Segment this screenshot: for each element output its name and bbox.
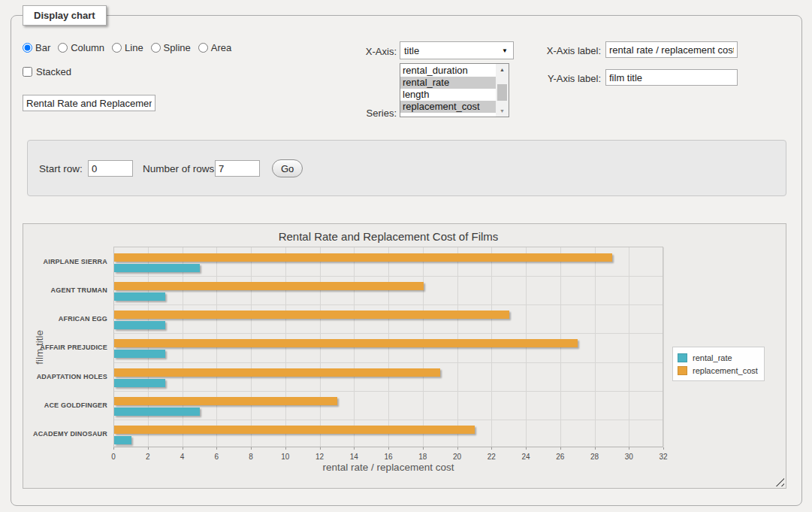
legend-row: rental_rate — [678, 351, 758, 364]
gridline — [114, 304, 663, 305]
legend-label: rental_rate — [693, 353, 732, 362]
tick-mark — [285, 447, 286, 450]
chart-type-option-spline[interactable]: Spline — [151, 42, 191, 53]
tick-mark — [663, 447, 664, 450]
chart-type-option-column[interactable]: Column — [58, 42, 104, 53]
bar-rental_rate — [114, 436, 131, 444]
stacked-checkbox-row: Stacked — [23, 66, 71, 77]
tick-label: 10 — [274, 453, 297, 461]
tick-label: 0 — [102, 453, 125, 461]
chart-resize-handle[interactable] — [775, 477, 784, 486]
tick-mark — [354, 447, 355, 450]
go-button[interactable]: Go — [272, 159, 303, 177]
tick-label: 14 — [343, 453, 365, 461]
bar-replacement_cost — [114, 368, 440, 377]
category-label: ACE GOLDFINGER — [26, 401, 107, 409]
series-list-label: Series: — [331, 108, 397, 119]
tick-label: 22 — [480, 453, 503, 461]
category-label: ACADEMY DINOSAUR — [26, 430, 107, 438]
x-axis-label-input[interactable] — [605, 41, 738, 58]
series-listbox[interactable]: rental_durationrental_ratelengthreplacem… — [400, 63, 509, 117]
chart-type-radio-spline[interactable] — [151, 43, 161, 53]
chart-type-option-line[interactable]: Line — [112, 42, 143, 53]
x-axis-select[interactable]: title ▼ — [400, 41, 514, 59]
x-axis-selected-value: title — [404, 45, 419, 56]
gridline — [114, 362, 663, 363]
bar-rental_rate — [114, 407, 200, 416]
scrollbar-thumb[interactable] — [497, 84, 507, 101]
y-axis-label-label: Y-Axis label: — [518, 73, 601, 84]
tick-mark — [320, 447, 321, 450]
scroll-down-icon[interactable]: ▼ — [496, 105, 509, 117]
scroll-up-icon[interactable]: ▲ — [496, 64, 509, 75]
tick-label: 4 — [171, 453, 194, 461]
tick-label: 30 — [617, 453, 640, 461]
chart-x-axis-title: rental rate / replacement cost — [113, 462, 663, 473]
y-axis-label-input[interactable] — [605, 69, 738, 86]
tick-mark — [113, 447, 114, 450]
tick-mark — [388, 447, 389, 450]
bar-replacement_cost — [114, 426, 475, 434]
series-option-length[interactable]: length — [400, 89, 496, 101]
number-of-rows-label: Number of rows: — [143, 163, 217, 174]
gridline — [663, 247, 664, 447]
chart-type-option-area[interactable]: Area — [198, 42, 231, 53]
gridline — [629, 247, 629, 447]
gridline — [114, 276, 663, 277]
chart-type-radio-bar[interactable] — [23, 43, 32, 53]
legend-swatch — [678, 366, 687, 375]
chart-type-label: Bar — [35, 42, 50, 53]
tick-mark — [251, 447, 252, 450]
chart-type-label: Column — [71, 42, 104, 53]
tick-label: 28 — [584, 453, 606, 461]
series-option-rental_duration[interactable]: rental_duration — [400, 65, 496, 77]
tick-label: 2 — [137, 453, 159, 461]
chart-legend: rental_ratereplacement_cost — [672, 347, 765, 381]
legend-label: replacement_cost — [693, 366, 758, 375]
chart-type-option-bar[interactable]: Bar — [23, 42, 50, 53]
series-option-replacement_cost[interactable]: replacement_cost — [400, 101, 496, 113]
stacked-label: Stacked — [36, 66, 71, 77]
category-label: AFFAIR PREJUDICE — [26, 344, 107, 351]
tick-label: 8 — [240, 453, 262, 461]
legend-swatch — [678, 353, 687, 362]
bar-rental_rate — [114, 264, 200, 272]
bar-replacement_cost — [114, 253, 612, 262]
chart-type-radio-area[interactable] — [198, 43, 208, 53]
tick-label: 16 — [377, 453, 400, 461]
category-label: AFRICAN EGG — [26, 315, 107, 323]
stacked-checkbox[interactable] — [23, 67, 32, 77]
tick-label: 18 — [412, 453, 434, 461]
tick-mark — [457, 447, 458, 450]
chart-type-label: Line — [125, 42, 143, 53]
tick-label: 32 — [652, 453, 675, 461]
bar-rental_rate — [114, 379, 165, 387]
series-scrollbar[interactable]: ▲ ▼ — [496, 64, 509, 117]
tick-mark — [526, 447, 527, 450]
tick-mark — [423, 447, 424, 450]
chart-type-radio-column[interactable] — [58, 43, 68, 53]
chart-container: Rental Rate and Replacement Cost of Film… — [23, 223, 786, 489]
tick-mark — [595, 447, 596, 450]
tick-mark — [183, 447, 183, 450]
bar-rental_rate — [114, 350, 165, 358]
start-row-label: Start row: — [39, 163, 83, 174]
page: Display chart BarColumnLineSplineArea St… — [0, 0, 812, 512]
series-option-rental_rate[interactable]: rental_rate — [400, 77, 496, 89]
tick-mark — [148, 447, 149, 450]
start-row-input[interactable] — [88, 160, 133, 177]
chart-title-input[interactable] — [23, 95, 155, 111]
tick-label: 6 — [205, 453, 228, 461]
legend-row: replacement_cost — [678, 364, 758, 377]
number-of-rows-input[interactable] — [215, 160, 260, 177]
chart-type-radio-line[interactable] — [112, 43, 122, 53]
tick-mark — [491, 447, 492, 450]
x-axis-select-label: X-Axis: — [331, 46, 397, 57]
bar-replacement_cost — [114, 282, 424, 290]
gridline — [114, 333, 663, 334]
category-label: ADAPTATION HOLES — [26, 373, 107, 380]
bar-rental_rate — [114, 321, 165, 329]
category-label: AGENT TRUMAN — [26, 286, 107, 294]
gridline — [114, 391, 663, 392]
tick-mark — [216, 447, 217, 450]
